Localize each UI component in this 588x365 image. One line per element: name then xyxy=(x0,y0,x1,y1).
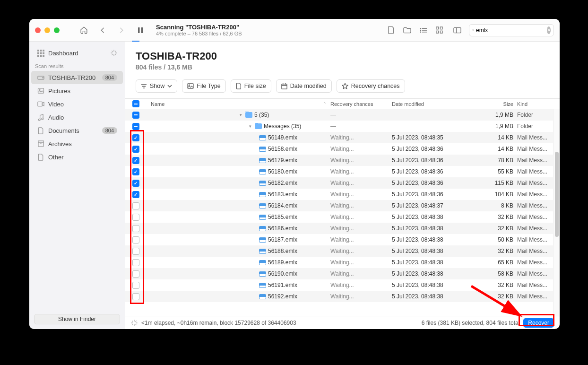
sidebar-dashboard[interactable]: Dashboard xyxy=(31,46,123,60)
file-size: 32 KB xyxy=(475,282,517,288)
recover-button[interactable]: Recover xyxy=(523,318,554,328)
file-name: 56180.emlx xyxy=(268,168,297,175)
sidebar-item-toshiba-tr200[interactable]: TOSHIBA-TR200804 xyxy=(31,71,123,84)
svg-line-29 xyxy=(112,51,113,52)
table-row[interactable]: 56190.emlx Waiting... 5 Jul 2023, 08:48:… xyxy=(125,268,560,279)
row-checkbox[interactable] xyxy=(132,123,139,130)
table-row[interactable]: 56179.emlx Waiting... 5 Jul 2023, 08:48:… xyxy=(125,155,560,166)
svg-rect-17 xyxy=(40,50,42,52)
recovery-chance: Waiting... xyxy=(330,157,392,164)
table-row[interactable]: 56188.emlx Waiting... 5 Jul 2023, 08:48:… xyxy=(125,245,560,257)
clear-search-icon[interactable]: ✕ xyxy=(547,26,551,34)
file-name: 56192.emlx xyxy=(268,293,297,300)
table-row[interactable]: 56185.emlx Waiting... 5 Jul 2023, 08:48:… xyxy=(125,211,560,223)
table-row[interactable]: 56191.emlx Waiting... 5 Jul 2023, 08:48:… xyxy=(125,279,560,291)
table-row[interactable]: ▾5 (35) — 1,9 MB Folder xyxy=(125,109,560,121)
grid-view-icon[interactable] xyxy=(432,24,446,37)
select-all-checkbox[interactable] xyxy=(132,100,139,107)
sidebar-item-label: Documents xyxy=(48,127,79,134)
show-in-finder-button[interactable]: Show in Finder xyxy=(34,314,120,324)
table-row[interactable]: 56180.emlx Waiting... 5 Jul 2023, 08:48:… xyxy=(125,166,560,177)
doc-view-icon[interactable] xyxy=(384,24,398,37)
file-name: 56191.emlx xyxy=(268,282,297,288)
col-size-label[interactable]: Size xyxy=(475,101,517,107)
svg-point-2 xyxy=(420,27,421,28)
list-view-icon[interactable] xyxy=(416,24,430,37)
sidebar-item-documents[interactable]: Documents804 xyxy=(31,124,123,137)
table-row[interactable]: 56192.emlx Waiting... 5 Jul 2023, 08:48:… xyxy=(125,291,560,302)
col-kind-label[interactable]: Kind xyxy=(517,101,560,107)
sidebar-item-other[interactable]: Other xyxy=(31,150,123,164)
row-checkbox[interactable] xyxy=(132,236,139,243)
mail-icon xyxy=(259,260,266,265)
filesize-filter[interactable]: File size xyxy=(231,79,271,93)
table-row[interactable]: 56187.emlx Waiting... 5 Jul 2023, 08:48:… xyxy=(125,234,560,245)
minimize-button[interactable] xyxy=(44,27,50,33)
svg-line-32 xyxy=(115,51,116,52)
file-size: 14 KB xyxy=(475,134,517,141)
table-row[interactable]: 56184.emlx Waiting... 5 Jul 2023, 08:48:… xyxy=(125,200,560,211)
row-checkbox[interactable] xyxy=(132,146,139,153)
col-date-label[interactable]: Date modified xyxy=(392,101,475,107)
row-checkbox[interactable] xyxy=(132,270,139,278)
row-checkbox[interactable] xyxy=(132,134,139,141)
recovery-chance: Waiting... xyxy=(330,225,392,232)
pause-button[interactable] xyxy=(133,24,147,37)
folder-view-icon[interactable] xyxy=(400,24,414,37)
back-button[interactable] xyxy=(95,24,110,37)
filetype-filter[interactable]: File Type xyxy=(182,79,226,93)
col-name-label[interactable]: Name xyxy=(151,101,164,107)
date-modified: 5 Jul 2023, 08:48:38 xyxy=(392,259,475,266)
recovery-filter[interactable]: Recovery chances xyxy=(337,79,405,93)
date-modified: 5 Jul 2023, 08:48:36 xyxy=(392,168,475,175)
recovery-chance: Waiting... xyxy=(330,214,392,220)
svg-line-56 xyxy=(132,321,133,322)
sidebar-toggle-icon[interactable] xyxy=(450,24,464,37)
file-size: 50 KB xyxy=(475,236,517,243)
table-row[interactable]: 56183.emlx Waiting... 5 Jul 2023, 08:48:… xyxy=(125,189,560,200)
row-checkbox[interactable] xyxy=(132,259,139,266)
table-row[interactable]: 56189.emlx Waiting... 5 Jul 2023, 08:48:… xyxy=(125,257,560,268)
sidebar-item-video[interactable]: Video xyxy=(31,97,123,111)
row-checkbox[interactable] xyxy=(132,202,139,209)
forward-button[interactable] xyxy=(114,24,129,37)
date-modified: 5 Jul 2023, 08:48:38 xyxy=(392,270,475,277)
table-row[interactable]: 56182.emlx Waiting... 5 Jul 2023, 08:48:… xyxy=(125,177,560,189)
home-button[interactable] xyxy=(77,24,91,37)
row-checkbox[interactable] xyxy=(132,191,139,198)
date-modified: 5 Jul 2023, 08:48:35 xyxy=(392,134,475,141)
svg-point-34 xyxy=(42,78,43,78)
sidebar-item-pictures[interactable]: Pictures xyxy=(31,84,123,97)
row-checkbox[interactable] xyxy=(132,282,139,289)
row-checkbox[interactable] xyxy=(132,214,139,221)
disclosure-icon[interactable]: ▾ xyxy=(247,124,253,129)
scrollbar-thumb[interactable] xyxy=(555,152,559,237)
row-checkbox[interactable] xyxy=(132,157,139,164)
row-checkbox[interactable] xyxy=(132,112,139,119)
disclosure-icon[interactable]: ▾ xyxy=(238,113,243,117)
date-modified: 5 Jul 2023, 08:48:36 xyxy=(392,191,475,198)
close-button[interactable] xyxy=(35,27,41,33)
col-recovery-label[interactable]: Recovery chances xyxy=(330,101,392,107)
row-checkbox[interactable] xyxy=(132,168,139,175)
search-box[interactable]: ✕ xyxy=(469,24,554,36)
show-filter[interactable]: Show xyxy=(136,79,177,93)
sidebar-item-archives[interactable]: Archives xyxy=(31,137,123,150)
search-input[interactable] xyxy=(474,27,547,34)
table-row[interactable]: ▾Messages (35) — 1,9 MB Folder xyxy=(125,121,560,132)
svg-rect-9 xyxy=(440,27,442,29)
date-filter[interactable]: Date modified xyxy=(276,79,332,93)
row-checkbox[interactable] xyxy=(132,293,139,300)
scrollbar[interactable] xyxy=(553,109,560,316)
sidebar-item-label: Archives xyxy=(48,140,72,148)
file-name: 56158.emlx xyxy=(268,146,297,152)
row-checkbox[interactable] xyxy=(132,248,139,255)
sidebar-item-audio[interactable]: Audio xyxy=(31,111,123,124)
row-checkbox[interactable] xyxy=(132,180,139,187)
table-row[interactable]: 56158.emlx Waiting... 5 Jul 2023, 08:48:… xyxy=(125,143,560,155)
table-row[interactable]: 56186.emlx Waiting... 5 Jul 2023, 08:48:… xyxy=(125,223,560,234)
table-row[interactable]: 56149.emlx Waiting... 5 Jul 2023, 08:48:… xyxy=(125,132,560,143)
maximize-button[interactable] xyxy=(54,27,60,33)
row-checkbox[interactable] xyxy=(132,225,139,232)
date-modified: 5 Jul 2023, 08:48:38 xyxy=(392,225,475,232)
